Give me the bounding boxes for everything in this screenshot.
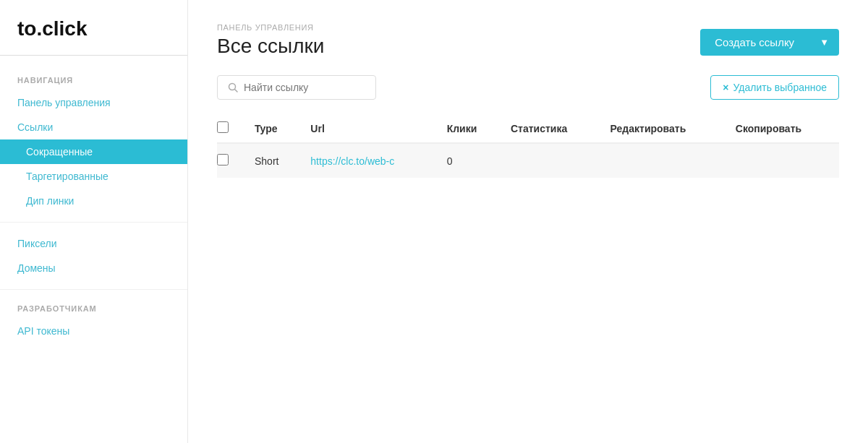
logo-container: to.click xyxy=(0,17,187,56)
title-group: ПАНЕЛЬ УПРАВЛЕНИЯ Все ссылки xyxy=(217,23,324,58)
col-checkbox[interactable] xyxy=(217,114,246,143)
table-body: Short https://clc.to/web-c 0 xyxy=(217,143,839,178)
sidebar-divider-2 xyxy=(0,289,187,290)
sidebar: to.click НАВИГАЦИЯ Панель управления Ссы… xyxy=(0,0,188,443)
table-header: Type Url Клики Статистика Редактировать … xyxy=(217,114,839,143)
row-type: Short xyxy=(246,143,302,178)
row-checkbox[interactable] xyxy=(217,154,229,165)
sidebar-item-links[interactable]: Ссылки xyxy=(0,115,187,139)
delete-selected-button[interactable]: × Удалить выбранное xyxy=(710,75,839,100)
row-url: https://clc.to/web-c xyxy=(302,143,438,178)
sidebar-item-dashboard[interactable]: Панель управления xyxy=(0,90,187,115)
toolbar: × Удалить выбранное xyxy=(188,75,868,114)
col-url: Url xyxy=(302,114,438,143)
col-edit: Редактировать xyxy=(602,114,727,143)
dev-section-label: РАЗРАБОТЧИКАМ xyxy=(0,304,187,319)
search-input[interactable] xyxy=(244,82,365,93)
col-clicks: Клики xyxy=(438,114,502,143)
row-clicks: 0 xyxy=(438,143,502,178)
sidebar-item-api-tokens[interactable]: API токены xyxy=(0,319,187,343)
delete-btn-label: Удалить выбранное xyxy=(733,82,827,93)
create-link-label: Создать ссылку xyxy=(700,29,809,56)
sidebar-item-deeplinks[interactable]: Дип линки xyxy=(0,189,187,213)
col-copy: Скопировать xyxy=(727,114,839,143)
row-stats xyxy=(502,143,602,178)
page-header: ПАНЕЛЬ УПРАВЛЕНИЯ Все ссылки Создать ссы… xyxy=(188,0,868,75)
sidebar-item-domains[interactable]: Домены xyxy=(0,256,187,280)
main-content: ПАНЕЛЬ УПРАВЛЕНИЯ Все ссылки Создать ссы… xyxy=(188,0,868,443)
logo: to.click xyxy=(17,17,87,40)
row-edit xyxy=(602,143,727,178)
search-box[interactable] xyxy=(217,75,376,100)
col-type: Type xyxy=(246,114,302,143)
col-stats: Статистика xyxy=(502,114,602,143)
breadcrumb: ПАНЕЛЬ УПРАВЛЕНИЯ xyxy=(217,23,324,32)
sidebar-item-pixels[interactable]: Пиксели xyxy=(0,231,187,256)
nav-section-label: НАВИГАЦИЯ xyxy=(0,76,187,90)
page-title: Все ссылки xyxy=(217,35,324,58)
select-all-checkbox[interactable] xyxy=(217,121,229,133)
sidebar-item-targeted[interactable]: Таргетированные xyxy=(0,164,187,189)
links-table-container: Type Url Клики Статистика Редактировать … xyxy=(188,114,868,178)
sidebar-item-short[interactable]: Сокращенные xyxy=(0,139,187,164)
sidebar-divider-1 xyxy=(0,222,187,223)
row-checkbox-cell[interactable] xyxy=(217,143,246,178)
create-link-button[interactable]: Создать ссылку ▼ xyxy=(700,29,839,56)
create-btn-dropdown-icon[interactable]: ▼ xyxy=(809,30,839,55)
svg-line-1 xyxy=(235,90,238,93)
search-icon xyxy=(228,82,238,93)
links-table: Type Url Клики Статистика Редактировать … xyxy=(217,114,839,178)
row-url-link[interactable]: https://clc.to/web-c xyxy=(310,155,394,167)
table-row: Short https://clc.to/web-c 0 xyxy=(217,143,839,178)
delete-x-icon: × xyxy=(723,82,728,93)
row-copy xyxy=(727,143,839,178)
